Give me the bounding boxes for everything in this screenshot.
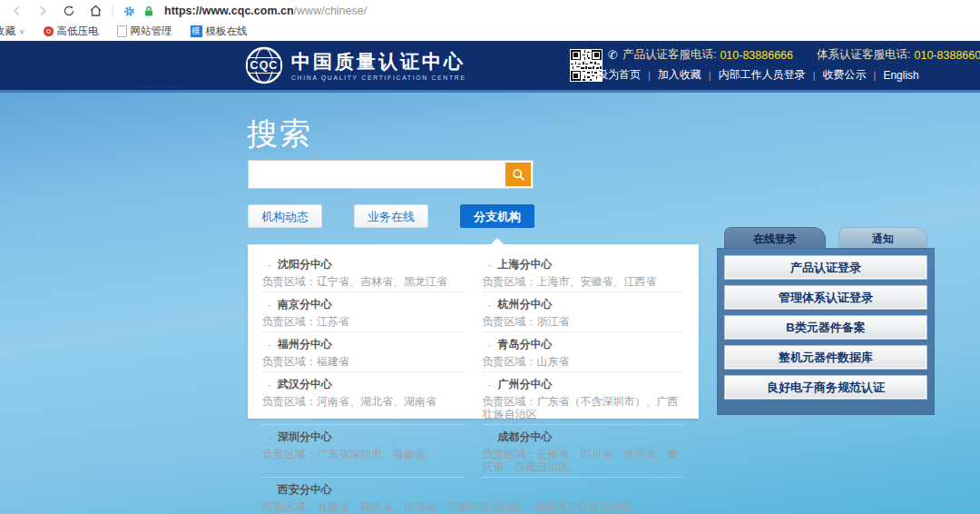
branch-name-line: ·武汉分中心 [262,377,465,392]
header-link[interactable]: 收费公示 [823,67,867,83]
home-icon[interactable] [85,2,105,20]
branch-name-line: ·上海分中心 [483,257,685,272]
branch-item: ·成都分中心负责区域：云南省、四川省、贵州省、重庆市、西藏自治区 [483,425,685,478]
bullet-icon: · [268,259,271,272]
bookmark-item[interactable]: 高低压电 [44,25,99,38]
header-link[interactable]: 加入收藏 [658,67,701,83]
bullet-icon: · [268,484,271,497]
bookmarks-bar: 收藏∨高低压电网站管理模模板在线 [0,22,980,41]
branch-name-line: ·南京分中心 [262,297,465,312]
site-settings-gear-icon[interactable] [119,2,139,20]
branch-item: ·福州分中心负责区域：福建省 [262,332,465,372]
branch-item: ·南京分中心负责区域：江苏省 [262,292,465,332]
bookmark-item[interactable]: 网站管理 [117,25,172,38]
bullet-icon: · [488,431,492,444]
bullet-icon: · [268,339,271,351]
branch-region: 负责区域：浙江省 [483,315,685,328]
sidebar-tab[interactable]: 通知 [838,227,927,248]
sidebar-button[interactable]: 整机元器件数据库 [724,345,927,370]
search-tab[interactable]: 机构动态 [248,204,322,228]
branch-name-link[interactable]: 上海分中心 [498,257,553,272]
bookmark-label: 收藏 [0,25,15,38]
panel-arrow-icon [491,238,504,244]
branch-name-link[interactable]: 广州分中心 [498,377,553,392]
header-link[interactable]: 内部工作人员登录 [719,67,806,83]
header-links: 设为首页|加入收藏|内部工作人员登录|收费公示|English [597,67,919,83]
branch-item: ·杭州分中心负责区域：浙江省 [483,292,685,332]
forward-icon[interactable] [33,2,53,20]
search-tab[interactable]: 分支机构 [460,204,534,228]
branch-name-link[interactable]: 福州分中心 [278,337,332,352]
page: https://www.cqc.com.cn/www/chinese/ 收藏∨高… [0,0,980,514]
branch-name-link[interactable]: 西安分中心 [278,482,332,498]
phone-icon: ✆ [608,48,618,62]
browser-chrome: https://www.cqc.com.cn/www/chinese/ 收藏∨高… [0,0,980,41]
branch-item: ·青岛分中心负责区域：山东省 [483,332,685,372]
branch-name-link[interactable]: 成都分中心 [498,430,553,445]
sidebar-button[interactable]: 产品认证登录 [724,255,927,280]
site-name: 中国质量认证中心 [291,51,466,73]
divider: | [874,70,877,81]
header-link[interactable]: English [883,69,918,82]
branch-name-link[interactable]: 武汉分中心 [278,377,332,392]
branch-name-line: ·青岛分中心 [483,337,685,352]
branch-region: 负责区域：甘肃省、陕西省、青海省、宁夏回族自治区、新疆维吾尔族自治区 [262,500,684,513]
lock-icon [139,2,159,20]
header-accent-band [0,90,980,93]
sidebar-button[interactable]: 管理体系认证登录 [724,285,927,310]
sidebar-button[interactable]: 良好电子商务规范认证 [724,375,927,400]
divider: | [648,70,651,81]
branch-region: 负责区域：广东省（不含深圳市）、广西壮族自治区 [483,395,685,420]
service-phone-line: ✆ 产品认证客服电话: 010-83886666 体系认证客服电话: 010-8… [608,47,980,63]
logo-text-block: 中国质量认证中心 CHINA QUALITY CERTIFICATION CEN… [291,51,466,81]
phone2-number: 010-83886608 [915,49,980,62]
sidebar-button[interactable]: B类元器件备案 [724,315,927,340]
divider [113,5,113,17]
branch-name-line: ·福州分中心 [262,337,465,352]
branch-item: ·沈阳分中心负责区域：辽宁省、吉林省、黑龙江省 [262,252,465,292]
branch-name-link[interactable]: 青岛分中心 [498,337,553,352]
search-button[interactable] [505,163,531,186]
sidebar-tab[interactable]: 在线登录 [724,227,826,248]
url-bar[interactable]: https://www.cqc.com.cn/www/chinese/ [164,5,367,17]
url-path: /www/chinese/ [294,5,368,17]
search-bar [248,160,534,189]
bullet-icon: · [488,299,492,311]
branch-item: ·上海分中心负责区域：上海市、安徽省、江西省 [483,252,685,292]
bullet-icon: · [488,339,492,351]
bookmark-item[interactable]: 模模板在线 [191,25,248,38]
branch-name-line: ·杭州分中心 [483,297,685,312]
branch-name-link[interactable]: 杭州分中心 [498,297,553,312]
branch-panel: ·沈阳分中心负责区域：辽宁省、吉林省、黑龙江省·上海分中心负责区域：上海市、安徽… [248,244,699,419]
branch-region: 负责区域：山东省 [483,355,685,368]
divider: | [813,70,816,81]
site-header: CQC 中国质量认证中心 CHINA QUALITY CERTIFICATION… [0,41,980,90]
logo-text: CQC [250,59,279,72]
search-tab[interactable]: 业务在线 [354,204,428,228]
branch-name-line: ·西安分中心 [262,482,684,498]
site-logo[interactable]: CQC 中国质量认证中心 CHINA QUALITY CERTIFICATION… [245,46,466,84]
cqc-globe-logo-icon: CQC [245,46,283,84]
main-content: 搜索 机构动态业务在线分支机构 ·沈阳分中心负责区域：辽宁省、吉林省、黑龙江省·… [0,90,980,514]
branch-name-link[interactable]: 深圳分中心 [278,430,332,445]
branch-list: ·沈阳分中心负责区域：辽宁省、吉林省、黑龙江省·上海分中心负责区域：上海市、安徽… [248,244,699,514]
bookmark-item[interactable]: 收藏∨ [0,25,25,38]
search-icon [512,168,525,182]
branch-item: ·深圳分中心负责区域：广东省深圳市、海南省 [262,425,465,478]
bullet-icon: · [488,379,492,391]
login-sidebar: 在线登录通知 产品认证登录管理体系认证登录B类元器件备案整机元器件数据库良好电子… [717,227,935,415]
back-icon[interactable] [6,2,26,20]
branch-name-link[interactable]: 南京分中心 [278,297,332,312]
reload-icon[interactable] [59,2,79,20]
branch-item: ·西安分中心负责区域：甘肃省、陕西省、青海省、宁夏回族自治区、新疆维吾尔族自治区 [262,478,684,514]
bullet-icon: · [268,431,271,444]
sidebar-panel: 产品认证登录管理体系认证登录B类元器件备案整机元器件数据库良好电子商务规范认证 [717,248,935,415]
branch-item: ·广州分中心负责区域：广东省（不含深圳市）、广西壮族自治区 [483,372,685,425]
bullet-icon: · [268,379,271,391]
search-title: 搜索 [247,114,312,155]
branch-name-line: ·广州分中心 [483,377,685,392]
branch-item: ·武汉分中心负责区域：河南省、湖北省、湖南省 [262,372,465,425]
header-link[interactable]: 设为首页 [597,67,641,83]
branch-name-link[interactable]: 沈阳分中心 [278,257,332,272]
search-input[interactable] [252,163,503,186]
